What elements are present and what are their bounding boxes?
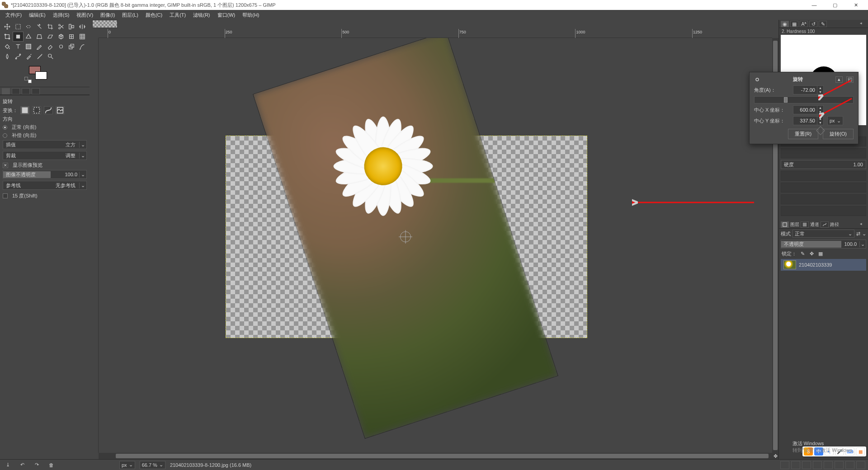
ime-grid-icon[interactable]: ▦ [856,447,865,456]
spin-down-icon[interactable]: ▼ [817,110,823,114]
collapse-icon[interactable]: ✕ [3,163,8,168]
unit-select[interactable]: px⌄ [827,116,843,125]
tab-images[interactable] [32,88,40,94]
spin-up-icon[interactable]: ▲ [817,117,823,121]
transform-image-icon[interactable] [56,106,65,114]
center-x-input[interactable]: ▲▼ [793,105,824,114]
image-opacity-slider[interactable]: 图像不透明度 100.0 ⌄ [3,170,87,179]
default-colors-icon[interactable] [28,80,32,83]
layer-opacity-slider[interactable]: 不透明度 100.0 ⌄ [781,240,866,249]
tool-clone[interactable] [66,42,77,52]
rotate-dialog[interactable]: 旋转 ▴ ◰ 角度(A)： ▲▼ 中心 X 坐标： [749,72,859,144]
rotate-button[interactable]: 旋转(O) [823,129,854,139]
sb-undo-icon[interactable]: ↶ [17,461,27,469]
reset-button[interactable]: 重置(R) [788,129,818,139]
tool-mypaint[interactable] [56,42,66,52]
link-icon[interactable] [754,76,760,83]
angle-field[interactable] [793,87,817,93]
direction-corrective[interactable]: 补偿 (向后) [3,132,87,139]
tool-handle-transform[interactable] [24,32,34,42]
minimize-button[interactable]: — [804,0,825,10]
sb-redo-icon[interactable]: ↷ [32,461,42,469]
tool-fuzzy-select[interactable] [34,22,45,32]
close-icon[interactable]: × [113,21,116,26]
tool-paintbrush[interactable] [77,42,88,52]
image-tab[interactable]: × [92,20,118,28]
center-x-field[interactable] [793,107,817,113]
menu-colors[interactable]: 颜色(C) [142,11,166,19]
tool-perspective[interactable] [34,32,45,42]
center-y-field[interactable] [793,118,817,123]
tool-gradient[interactable] [24,42,34,52]
tool-cage[interactable] [66,32,77,42]
lock-alpha-icon[interactable]: ▦ [817,251,824,257]
tab-layers[interactable] [781,221,789,228]
layer-mode-select[interactable]: 正常⌄ [793,230,854,238]
menu-layer[interactable]: 图层(L) [118,11,142,19]
detach-button[interactable]: ◰ [846,76,854,83]
tool-warp[interactable] [77,32,88,42]
lock-position-icon[interactable]: ✥ [808,251,815,257]
tab-tool-options[interactable] [2,88,10,94]
background-color[interactable] [35,71,47,80]
center-y-input[interactable]: ▲▼ [793,116,824,125]
menu-windows[interactable]: 窗口(W) [214,11,239,19]
checkbox-icon[interactable] [3,193,8,198]
lock-pixels-icon[interactable]: ✎ [799,251,806,257]
tool-align[interactable] [66,22,77,32]
configure-tab-icon[interactable]: ◂ [860,21,866,27]
tool-eraser[interactable] [45,42,56,52]
sb-icon[interactable] [802,461,811,469]
sb-save-icon[interactable]: ⤓ [3,461,13,469]
clipping-select[interactable]: 剪裁 调整 ⌄ [3,151,87,160]
tool-bucket-fill[interactable] [2,42,13,52]
brush-slot[interactable] [781,206,866,216]
sb-delete-icon[interactable]: 🗑 [46,461,56,469]
ruler-vertical[interactable] [90,38,99,453]
tab-history[interactable]: ↺ [809,21,817,27]
menu-select[interactable]: 选择(S) [49,11,73,19]
swap-colors-icon[interactable] [24,77,28,80]
brush-slot[interactable] [781,183,866,193]
ruler-horizontal[interactable]: 025050075010001250 [99,29,772,38]
interpolation-select[interactable]: 插值 立方 ⌄ [3,140,87,149]
tool-unified-transform[interactable] [2,32,13,42]
tool-measure[interactable] [34,52,45,61]
tool-text[interactable] [13,42,24,52]
tab-brushes[interactable]: ◉ [781,21,789,27]
tab-paths[interactable] [821,221,829,228]
spin-up-icon[interactable]: ▲ [817,106,823,110]
shade-button[interactable]: ▴ [835,76,843,83]
tab-channels[interactable] [801,221,809,228]
mode-menu-icon[interactable]: ⌄ [862,231,866,237]
brush-slot[interactable] [781,171,866,181]
menu-filters[interactable]: 滤镜(R) [189,11,213,19]
tool-zoom[interactable] [45,52,56,61]
brush-slot[interactable] [781,148,866,158]
rotation-pivot-icon[interactable] [400,231,411,242]
configure-tab-icon[interactable]: ◂ [860,221,866,227]
tool-rotate[interactable] [13,32,24,42]
menu-tools[interactable]: 工具(T) [166,11,189,19]
menu-file[interactable]: 文件(F) [2,11,25,19]
direction-normal[interactable]: 正常 (向前) [3,124,87,131]
sb-icon[interactable] [813,461,822,469]
tool-3d-transform[interactable] [56,32,66,42]
tool-smudge[interactable] [2,52,13,61]
tool-path[interactable] [13,52,24,61]
scrollbar-horizontal[interactable] [99,453,772,459]
tab-undo-history[interactable] [22,88,30,94]
color-swatches[interactable] [29,66,90,84]
tab-patterns[interactable]: ▦ [790,21,798,27]
angle-slider[interactable] [754,96,854,103]
hardness-field[interactable]: 硬度 1.00 [781,160,866,169]
tool-flip[interactable] [77,22,88,32]
transform-path-icon[interactable] [44,106,53,114]
show-preview-label[interactable]: 显示图像预览 [13,162,42,169]
tool-move[interactable] [2,22,13,32]
transform-layer-icon[interactable] [20,106,29,114]
sb-icon[interactable] [835,461,844,469]
tool-crop[interactable] [45,22,56,32]
mode-switch-icon[interactable]: ⇄ [856,231,860,237]
spin-down-icon[interactable]: ▼ [817,90,823,94]
